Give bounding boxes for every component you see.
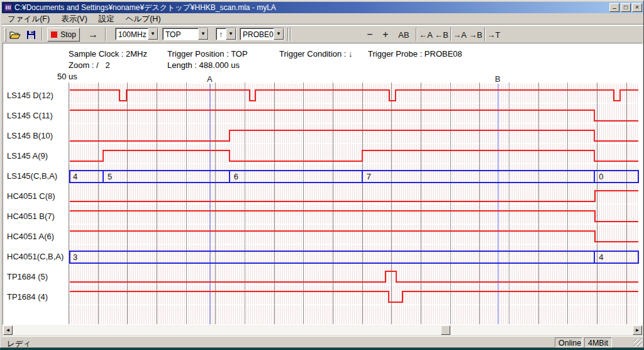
menu-settings[interactable]: 設定	[93, 13, 120, 26]
horizontal-scrollbar[interactable]: ◄ ►	[3, 325, 643, 336]
scroll-right-arrow[interactable]: ►	[633, 325, 642, 335]
clock-value: 100MHz	[116, 28, 148, 40]
toolbar-separator	[416, 28, 417, 42]
open-folder-icon	[9, 30, 21, 40]
trigger-position-info: Trigger Position : TOP	[167, 49, 248, 59]
chevron-down-icon[interactable]: ▼	[226, 28, 236, 40]
app-window: C:¥Documents and Settings¥noname¥デスクトップ¥…	[0, 0, 644, 348]
minimize-button[interactable]: _	[609, 3, 619, 12]
goto-trigger-button[interactable]: →T	[486, 28, 501, 42]
run-button[interactable]: →	[84, 28, 102, 42]
status-memory: 4MBit	[584, 337, 612, 347]
stop-button[interactable]: Stop	[47, 28, 80, 42]
scroll-left-arrow[interactable]: ◄	[3, 325, 13, 335]
status-bar: レディ Online 4MBit	[2, 336, 643, 347]
sample-clock-info: Sample Clock : 2MHz	[69, 49, 147, 59]
menu-bar: ファイル(F) 表示(V) 設定 ヘルプ(H)	[2, 13, 643, 25]
title-bar[interactable]: C:¥Documents and Settings¥noname¥デスクトップ¥…	[2, 2, 643, 13]
save-button[interactable]	[23, 28, 38, 42]
toolbar-grip[interactable]	[4, 28, 6, 42]
toolbar-separator	[42, 28, 43, 42]
window-title: C:¥Documents and Settings¥noname¥デスクトップ¥…	[14, 3, 608, 13]
goto-b-left-button[interactable]: ←B	[434, 28, 449, 42]
trigger-edge-value: ↑	[216, 28, 226, 40]
zoom-info: Zoom : / 2	[69, 60, 110, 70]
toolbar-separator	[287, 28, 289, 42]
trigger-condition-info: Trigger Condition : ↓	[279, 49, 353, 59]
close-button[interactable]: ×	[632, 3, 642, 12]
app-icon	[4, 3, 13, 12]
waveform-canvas[interactable]	[69, 82, 638, 324]
chevron-down-icon[interactable]: ▼	[198, 28, 208, 40]
status-ready-text: レディ	[7, 339, 31, 348]
menu-view[interactable]: 表示(V)	[55, 13, 93, 26]
probe-value: PROBE00	[240, 28, 274, 40]
trigger-edge-combobox[interactable]: ↑ ▼	[216, 28, 236, 40]
toolbar-separator	[450, 28, 452, 42]
toolbar-separator	[105, 28, 106, 42]
maximize-button[interactable]: □	[621, 3, 631, 12]
trigger-probe-info: Trigger Probe : PROBE08	[368, 49, 462, 59]
clock-combobox[interactable]: 100MHz ▼	[115, 28, 158, 40]
menu-file[interactable]: ファイル(F)	[2, 13, 55, 26]
toolbar: Stop → 100MHz ▼ TOP ▼ ↑ ▼ PROBE00 ▼ − + …	[2, 25, 643, 43]
toolbar-separator	[290, 28, 291, 42]
timebase-label: 50 us	[57, 72, 77, 81]
goto-b-right-button[interactable]: →B	[468, 28, 483, 42]
toolbar-separator	[484, 28, 486, 42]
trigger-position-value: TOP	[163, 28, 198, 40]
resize-grip-icon[interactable]	[634, 339, 642, 347]
menu-help[interactable]: ヘルプ(H)	[120, 13, 167, 26]
floppy-icon	[26, 30, 36, 40]
status-online: Online	[555, 337, 582, 347]
chevron-down-icon[interactable]: ▼	[274, 28, 284, 40]
ab-button[interactable]: AB	[394, 28, 413, 42]
stop-square-icon	[51, 31, 57, 38]
zoom-in-button[interactable]: +	[379, 28, 392, 42]
zoom-out-button[interactable]: −	[363, 28, 377, 42]
open-button[interactable]	[8, 28, 23, 42]
marker-label-b[interactable]: B	[495, 74, 501, 84]
chevron-down-icon[interactable]: ▼	[148, 28, 158, 40]
marker-label-a[interactable]: A	[207, 74, 213, 84]
goto-a-left-button[interactable]: ←A	[418, 28, 433, 42]
length-info: Length : 488.000 us	[167, 60, 240, 70]
trigger-position-combobox[interactable]: TOP ▼	[162, 28, 209, 40]
scrollbar-thumb[interactable]	[441, 325, 450, 335]
stop-label: Stop	[60, 30, 76, 39]
goto-a-right-button[interactable]: →A	[452, 28, 467, 42]
probe-combobox[interactable]: PROBE00 ▼	[240, 28, 284, 40]
